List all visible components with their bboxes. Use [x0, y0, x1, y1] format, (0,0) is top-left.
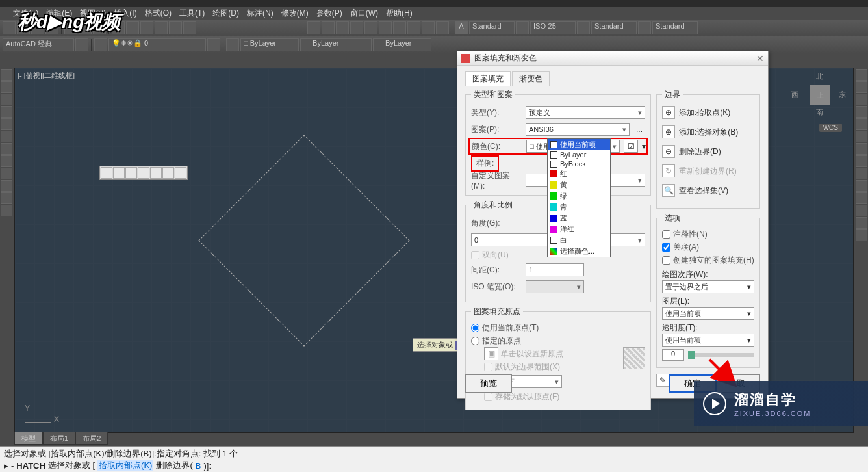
- table-style-dropdown[interactable]: Standard: [591, 21, 637, 34]
- color-dropdown[interactable]: □ ByLayer: [240, 38, 299, 51]
- view-icon[interactable]: [101, 167, 112, 179]
- dim-style-icon[interactable]: [516, 21, 529, 34]
- view-icon[interactable]: [175, 167, 186, 179]
- color-option[interactable]: ByBlock: [548, 159, 610, 168]
- view-selection-icon[interactable]: 🔍: [662, 184, 675, 197]
- transparency-value[interactable]: 0: [662, 349, 684, 361]
- menu-item[interactable]: 参数(P): [316, 8, 342, 19]
- view-icon[interactable]: [113, 167, 125, 179]
- mleader-style-icon[interactable]: [638, 21, 651, 34]
- table-icon[interactable]: [1, 192, 12, 204]
- menu-item[interactable]: 工具(T): [179, 8, 205, 19]
- point-icon[interactable]: [1, 155, 12, 167]
- text-icon[interactable]: [1, 168, 12, 179]
- preview-button[interactable]: 预览: [465, 374, 512, 393]
- menu-item[interactable]: 帮助(H): [386, 8, 413, 19]
- explode-icon[interactable]: [856, 229, 867, 241]
- tool-icon[interactable]: [140, 21, 153, 34]
- layer-dropdown[interactable]: 💡❄☀🔒 0: [108, 38, 206, 51]
- gear-icon[interactable]: [75, 38, 88, 51]
- trim-icon[interactable]: [856, 180, 867, 192]
- view-icon[interactable]: [138, 167, 149, 179]
- tool-icon[interactable]: [155, 21, 168, 34]
- region-icon[interactable]: [1, 205, 12, 216]
- tool-icon[interactable]: [322, 21, 335, 34]
- use-current-origin-radio[interactable]: [471, 324, 479, 332]
- view-icon[interactable]: [150, 167, 162, 179]
- tool-icon[interactable]: [126, 21, 139, 34]
- tool-icon[interactable]: [422, 21, 435, 34]
- tool-icon[interactable]: [364, 21, 377, 34]
- fillet-icon[interactable]: [856, 205, 867, 216]
- scale-icon[interactable]: [856, 155, 867, 167]
- dialog-titlebar[interactable]: 图案填充和渐变色 ✕: [457, 51, 768, 66]
- extend-icon[interactable]: [856, 192, 867, 204]
- selected-polyline[interactable]: [198, 135, 409, 346]
- linetype-dropdown[interactable]: — ByLayer: [300, 38, 372, 51]
- cube-top-face[interactable]: 上: [810, 85, 830, 105]
- mleader-style-dropdown[interactable]: Standard: [652, 21, 698, 34]
- table-style-icon[interactable]: [577, 21, 590, 34]
- mirror-icon[interactable]: [856, 94, 867, 105]
- transparency-slider[interactable]: [688, 353, 754, 357]
- add-pick-label[interactable]: 添加:拾取点(K): [679, 107, 730, 118]
- color-icon[interactable]: [226, 38, 239, 51]
- view-icon[interactable]: [125, 167, 137, 179]
- line-icon[interactable]: [1, 69, 12, 81]
- rotate-icon[interactable]: [856, 143, 867, 155]
- layout-tab[interactable]: 模型: [14, 432, 43, 445]
- ellipse-icon[interactable]: [1, 131, 12, 142]
- menu-item[interactable]: 窗口(W): [350, 8, 378, 19]
- menu-item[interactable]: 修改(M): [281, 8, 309, 19]
- color-option[interactable]: 青: [548, 202, 610, 213]
- color-dropdown-list[interactable]: 使用当前项ByLayerByBlock红黄绿青蓝洋红白选择颜色...: [547, 138, 611, 257]
- circle-icon[interactable]: [1, 94, 12, 105]
- layout-tab[interactable]: 布局1: [43, 432, 75, 445]
- chamfer-icon[interactable]: [856, 217, 867, 229]
- color-option[interactable]: 绿: [548, 190, 610, 202]
- color-option[interactable]: 白: [548, 235, 610, 246]
- remove-boundary-icon[interactable]: ⊖: [662, 145, 675, 158]
- view-selection-label[interactable]: 查看选择集(V): [679, 185, 728, 196]
- color-option[interactable]: 选择颜色...: [548, 246, 610, 257]
- layout-tab[interactable]: 布局2: [75, 432, 108, 445]
- bg-color-arrow[interactable]: ▾: [642, 142, 646, 151]
- angle-combo[interactable]: 0▾: [471, 233, 556, 246]
- copy-icon[interactable]: [856, 81, 867, 93]
- layer-combo[interactable]: 使用当前项▾: [662, 307, 754, 320]
- tool-icon[interactable]: [169, 21, 182, 34]
- tool-icon[interactable]: [407, 21, 420, 34]
- command-prompt[interactable]: ▸ - HATCH 选择对象或 [拾取内部点(K) 删除边界(B)]:: [4, 460, 864, 471]
- offset-icon[interactable]: [856, 106, 867, 118]
- menu-item[interactable]: 格式(O): [145, 8, 172, 19]
- color-option[interactable]: 洋红: [548, 224, 610, 235]
- layer-icon[interactable]: [94, 38, 107, 51]
- tool-icon[interactable]: [393, 21, 406, 34]
- tab-hatch[interactable]: 图案填充: [465, 71, 511, 86]
- color-option[interactable]: 黄: [548, 179, 610, 190]
- arc-icon[interactable]: [1, 106, 12, 118]
- tool-icon[interactable]: [379, 21, 392, 34]
- erase-icon[interactable]: [856, 69, 867, 81]
- text-style-icon[interactable]: A: [455, 21, 468, 34]
- dim-style-dropdown[interactable]: ISO-25: [530, 21, 576, 34]
- pattern-combo[interactable]: ANSI36▾: [526, 123, 630, 136]
- add-select-label[interactable]: 添加:选择对象(B): [679, 127, 738, 138]
- pline-icon[interactable]: [1, 81, 12, 93]
- color-option[interactable]: 蓝: [548, 213, 610, 224]
- command-line[interactable]: 选择对象或 [拾取内部点(K)/删除边界(B)]:指定对角点: 找到 1 个 ▸…: [0, 446, 868, 472]
- color-option[interactable]: 红: [548, 168, 610, 179]
- move-icon[interactable]: [856, 131, 867, 142]
- view-cube[interactable]: 上 北 南 东 西: [797, 72, 842, 117]
- remove-boundary-label[interactable]: 删除边界(D): [679, 146, 721, 157]
- associative-checkbox[interactable]: [662, 243, 670, 252]
- block-icon[interactable]: [1, 180, 12, 192]
- view-icon[interactable]: [162, 167, 174, 179]
- tool-icon[interactable]: [336, 21, 349, 34]
- array-icon[interactable]: [856, 118, 867, 130]
- stretch-icon[interactable]: [856, 168, 867, 179]
- add-select-icon[interactable]: ⊕: [662, 125, 675, 138]
- text-style-dropdown[interactable]: Standard: [469, 21, 515, 34]
- menu-item[interactable]: 绘图(D): [212, 8, 239, 19]
- specified-origin-radio[interactable]: [471, 337, 479, 345]
